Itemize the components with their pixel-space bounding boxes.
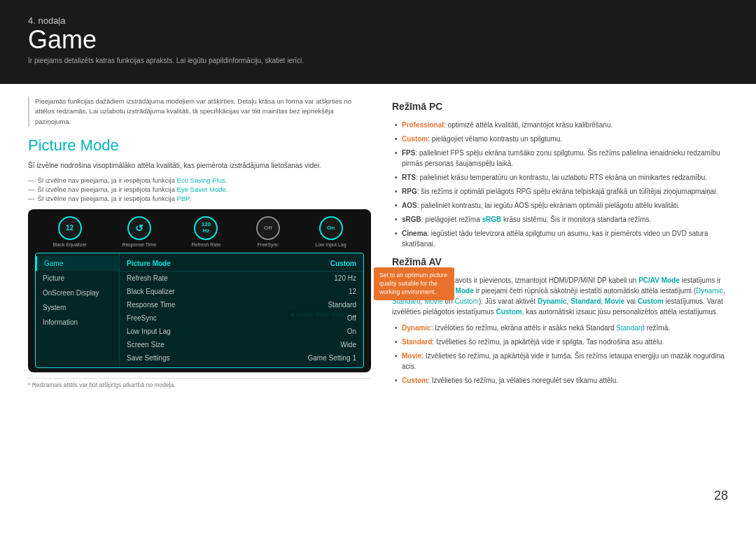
response-time-circle: ↺ bbox=[127, 216, 151, 240]
menu-item-response[interactable]: Response Time Standard bbox=[120, 298, 363, 311]
menu-right: Picture Mode Custom Refresh Rate 120 Hz … bbox=[120, 253, 363, 367]
low-input-lag-circle: On bbox=[319, 216, 343, 240]
pbp-link[interactable]: PBP bbox=[177, 195, 190, 202]
bullet-dynamic: Dynamic: Izvēloties šo režīmu, ekrāna at… bbox=[392, 323, 728, 333]
icon-low-input-lag: On Low Input Lag bbox=[316, 216, 346, 247]
low-input-lag-label: Low Input Lag bbox=[316, 242, 346, 247]
menu-item-freesync[interactable]: FreeSync Off bbox=[120, 311, 363, 325]
bullet-cinema: Cinema: iegūstiet tādu televizora attēla… bbox=[392, 228, 728, 249]
black-eq-item-value: 12 bbox=[349, 288, 356, 295]
bullet-movie: Movie: Izvēlieties šo režīmu, ja apkārtē… bbox=[392, 351, 728, 372]
response-item-label: Response Time bbox=[127, 301, 175, 309]
menu-item-refresh-rate[interactable]: Refresh Rate 120 Hz bbox=[120, 272, 363, 285]
notice-text: Pieejamās funkcijas dažādiem izstrādājum… bbox=[28, 97, 371, 127]
refresh-rate-label: Refresh Rate bbox=[192, 242, 220, 247]
bullet-standard: Standard: Izvēlieties šo režīmu, ja apkā… bbox=[392, 337, 728, 347]
response-item-value: Standard bbox=[328, 301, 356, 309]
osd-menu: Game Picture OnScreen Display System Inf… bbox=[35, 253, 364, 368]
page-header: 4. nodaļa Game Ir pieejams detalizēts ka… bbox=[0, 0, 756, 84]
freesync-item-label: FreeSync bbox=[127, 314, 157, 322]
bullet-custom-pc: Custom: pielāgojiet vēlamo kontrastu un … bbox=[392, 134, 728, 144]
chapter-label: 4. nodaļa bbox=[28, 15, 728, 26]
menu-item-system[interactable]: System bbox=[36, 300, 119, 315]
bullet-professional: Professional: optimizē attēla kvalitāti,… bbox=[392, 120, 728, 130]
menu-right-header-value: Custom bbox=[330, 260, 356, 267]
menu-item-save-settings[interactable]: Save Settings Game Setting 1 bbox=[120, 351, 363, 365]
picture-mode-desc: Šī izvēlne nodrošina visoptimālāko attēl… bbox=[28, 160, 371, 171]
icon-freesync: Off FreeSync bbox=[256, 216, 280, 247]
menu-left: Game Picture OnScreen Display System Inf… bbox=[36, 253, 120, 367]
bullet-fps: FPS: palieliniet FPS spēļu ekrāna tumšāk… bbox=[392, 148, 728, 169]
refresh-rate-item-label: Refresh Rate bbox=[127, 274, 168, 282]
bullet-custom-av: Custom: Izvēlieties šo režīmu, ja vēlati… bbox=[392, 375, 728, 386]
freesync-circle: Off bbox=[256, 216, 280, 240]
sub-notice-1: Šī izvēlne nav pieejama, ja ir iespējota… bbox=[28, 176, 371, 184]
black-equalizer-circle: 12 bbox=[58, 216, 82, 240]
menu-item-screen-size[interactable]: Screen Size Wide bbox=[120, 338, 363, 351]
section-title-picture-mode: Picture Mode bbox=[28, 136, 371, 155]
response-time-label: Response Time bbox=[122, 242, 156, 247]
sub-notice-2: Šī izvēlne nav pieejama, ja ir iespējota… bbox=[28, 185, 371, 193]
refresh-rate-circle: 120Hz bbox=[194, 216, 218, 240]
icon-refresh-rate: 120Hz Refresh Rate bbox=[192, 216, 220, 247]
save-settings-item-value: Game Setting 1 bbox=[308, 354, 356, 362]
main-content: Pieejamās funkcijas dažādiem izstrādājum… bbox=[0, 84, 756, 513]
black-eq-item-label: Black Equalizer bbox=[127, 288, 175, 295]
screen-size-item-label: Screen Size bbox=[127, 341, 164, 349]
freesync-item-value: Off bbox=[347, 314, 356, 322]
menu-right-header: Picture Mode Custom bbox=[120, 256, 363, 272]
section-title-pc: Režīmā PC bbox=[392, 99, 728, 114]
page-number: 28 bbox=[714, 489, 728, 503]
left-panel: Pieejamās funkcijas dažādiem izstrādājum… bbox=[28, 97, 371, 506]
freesync-label: FreeSync bbox=[258, 242, 279, 247]
right-panel: Režīmā PC Professional: optimizē attēla … bbox=[392, 97, 728, 506]
screen-size-item-value: Wide bbox=[340, 341, 356, 349]
icon-black-equalizer: 12 Black Equalizer bbox=[52, 216, 86, 247]
sub-notice-3: Šī izvēlne nav pieejama, ja ir iespējota… bbox=[28, 195, 371, 202]
menu-right-header-label: Picture Mode bbox=[127, 260, 171, 267]
black-equalizer-label: Black Equalizer bbox=[52, 242, 86, 247]
eco-saving-link[interactable]: Eco Saving Plus bbox=[177, 176, 225, 184]
bullet-srgb: sRGB: pielāgojiet režīma sRGB krāsu sist… bbox=[392, 214, 728, 225]
bullet-aos: AOS: palieliniet kontrastu, lai iegūtu A… bbox=[392, 200, 728, 211]
chapter-title: Game bbox=[28, 26, 728, 54]
menu-item-black-eq[interactable]: Black Equalizer 12 bbox=[120, 285, 363, 298]
menu-item-picture[interactable]: Picture bbox=[36, 271, 119, 286]
icon-response-time: ↺ Response Time bbox=[122, 216, 156, 247]
save-settings-item-label: Save Settings bbox=[127, 354, 170, 362]
footer-note: * Redzamais attēls var būt atšķirīgs atk… bbox=[28, 378, 371, 388]
bullet-rts: RTS: palieliniet krāsu temperatūru un ko… bbox=[392, 172, 728, 183]
menu-item-low-input[interactable]: Low Input Lag On bbox=[120, 325, 363, 338]
eye-saver-link[interactable]: Eye Saver Mode bbox=[177, 185, 226, 193]
low-input-item-label: Low Input Lag bbox=[127, 328, 171, 335]
menu-tooltip: Set to an optimum picture quality suitab… bbox=[374, 267, 454, 301]
refresh-rate-item-value: 120 Hz bbox=[334, 274, 356, 282]
monitor-mockup: 12 Black Equalizer ↺ Response Time 120Hz… bbox=[28, 209, 371, 372]
header-subtitle: Ir pieejams detalizēts katras funkcijas … bbox=[28, 57, 728, 64]
monitor-icons-row: 12 Black Equalizer ↺ Response Time 120Hz… bbox=[35, 216, 364, 247]
low-input-item-value: On bbox=[347, 328, 356, 335]
menu-item-onscreen-display[interactable]: OnScreen Display bbox=[36, 286, 119, 300]
menu-item-information[interactable]: Information bbox=[36, 315, 119, 330]
menu-item-game[interactable]: Game bbox=[36, 256, 119, 271]
bullet-rpg: RPG: šis režīms ir optimāli pielāgots RP… bbox=[392, 186, 728, 197]
